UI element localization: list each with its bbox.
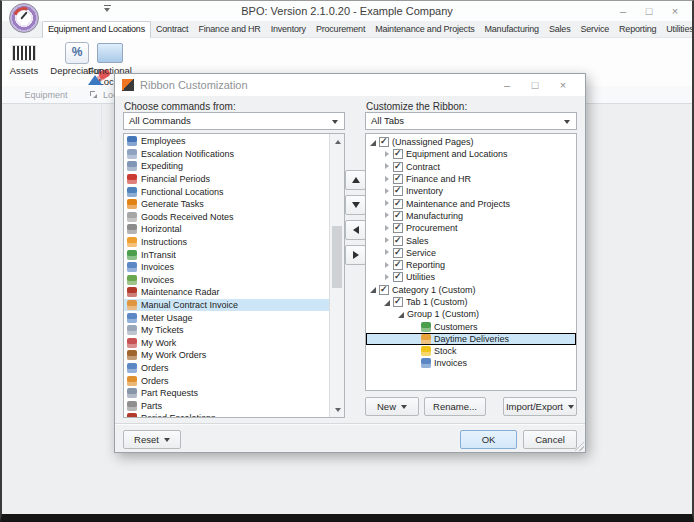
ribbon-tab[interactable]: Utilities <box>661 21 694 38</box>
command-row[interactable]: My Tickets <box>124 324 329 337</box>
tree-expander-icon[interactable] <box>383 162 392 171</box>
tree-expander-icon[interactable] <box>397 310 406 319</box>
tree-expander-icon[interactable] <box>383 273 392 282</box>
tree-expander-icon[interactable] <box>383 211 392 220</box>
scrollbar-thumb[interactable] <box>332 226 342 288</box>
tree-checkbox[interactable] <box>379 137 389 147</box>
app-logo-gauge-icon[interactable] <box>9 3 39 33</box>
tree-checkbox[interactable] <box>393 199 403 209</box>
new-button[interactable]: New <box>365 397 419 416</box>
scroll-up-icon[interactable] <box>330 134 345 149</box>
minimize-button[interactable]: – <box>610 1 636 21</box>
dialog-launcher-icon[interactable] <box>90 91 97 98</box>
command-row[interactable]: Goods Received Notes <box>124 211 329 224</box>
tree-row[interactable]: Utilities <box>366 271 576 283</box>
tree-checkbox[interactable] <box>393 297 403 307</box>
ribbon-tab[interactable]: Contract <box>151 21 193 38</box>
import-export-button[interactable]: Import/Export <box>503 397 577 416</box>
command-row[interactable]: InTransit <box>124 248 329 261</box>
tree-row[interactable]: Inventory <box>366 185 576 197</box>
ribbon-tab[interactable]: Procurement <box>311 21 370 38</box>
tree-expander-icon[interactable] <box>369 285 378 294</box>
quick-access-dropdown-icon[interactable] <box>104 8 110 12</box>
command-row[interactable]: Orders <box>124 362 329 375</box>
tree-row[interactable]: Equipment and Locations <box>366 148 576 160</box>
command-row[interactable]: Period Escalations <box>124 412 329 417</box>
tree-expander-icon[interactable] <box>383 175 392 184</box>
command-row[interactable]: Manual Contract Invoice <box>124 299 329 312</box>
command-row[interactable]: My Work <box>124 337 329 350</box>
tree-expander-icon[interactable] <box>369 138 378 147</box>
command-row[interactable]: My Work Orders <box>124 349 329 362</box>
tree-expander-icon[interactable] <box>383 187 392 196</box>
reset-button[interactable]: Reset <box>123 430 181 449</box>
tree-expander-icon[interactable] <box>383 298 392 307</box>
tree-expander-icon[interactable] <box>383 248 392 257</box>
ribbon-tab[interactable]: Equipment and Locations <box>42 21 151 38</box>
command-row[interactable]: Orders <box>124 374 329 387</box>
choose-commands-combobox[interactable]: All Commands <box>123 112 345 130</box>
tree-expander-icon[interactable] <box>411 334 420 343</box>
command-row[interactable]: Instructions <box>124 236 329 249</box>
tree-row[interactable]: Maintenance and Projects <box>366 197 576 209</box>
tree-checkbox[interactable] <box>393 272 403 282</box>
tree-checkbox[interactable] <box>379 285 389 295</box>
ribbon-tab[interactable]: Sales <box>544 21 576 38</box>
dialog-minimize-button[interactable]: – <box>493 74 521 96</box>
tree-expander-icon[interactable] <box>411 322 420 331</box>
command-row[interactable]: Parts <box>124 399 329 412</box>
ribbon-tab[interactable]: Inventory <box>266 21 311 38</box>
tree-checkbox[interactable] <box>393 186 403 196</box>
tree-row[interactable]: Daytime Deliveries <box>366 333 576 345</box>
command-row[interactable]: Functional Locations <box>124 185 329 198</box>
tree-expander-icon[interactable] <box>383 236 392 245</box>
tree-expander-icon[interactable] <box>411 359 420 368</box>
tree-expander-icon[interactable] <box>383 150 392 159</box>
tree-checkbox[interactable] <box>393 248 403 258</box>
tree-row[interactable]: Procurement <box>366 222 576 234</box>
tree-row[interactable]: Service <box>366 247 576 259</box>
rename-button[interactable]: Rename... <box>424 397 486 416</box>
tree-row[interactable]: Manufacturing <box>366 210 576 222</box>
tree-row[interactable]: Category 1 (Custom) <box>366 284 576 296</box>
scroll-down-icon[interactable] <box>330 402 345 417</box>
dialog-maximize-button[interactable]: □ <box>521 74 549 96</box>
tree-row[interactable]: Stock <box>366 345 576 357</box>
customize-ribbon-combobox[interactable]: All Tabs <box>365 112 577 130</box>
tree-row[interactable]: Contract <box>366 161 576 173</box>
tree-checkbox[interactable] <box>393 260 403 270</box>
tree-expander-icon[interactable] <box>383 199 392 208</box>
ribbon-tab[interactable]: Manufacturing <box>479 21 543 38</box>
add-command-button[interactable] <box>345 245 366 265</box>
assets-button[interactable]: Assets <box>4 40 44 76</box>
command-row[interactable]: Escalation Notifications <box>124 148 329 161</box>
command-row[interactable]: Part Requests <box>124 387 329 400</box>
command-row[interactable]: Employees <box>124 135 329 148</box>
tree-expander-icon[interactable] <box>383 261 392 270</box>
tree-row[interactable]: Invoices <box>366 357 576 369</box>
command-row[interactable]: Invoices <box>124 274 329 287</box>
command-row[interactable]: Meter Usage <box>124 311 329 324</box>
ok-button[interactable]: OK <box>460 430 517 449</box>
ribbon-tab[interactable]: Reporting <box>614 21 661 38</box>
command-row[interactable]: Generate Tasks <box>124 198 329 211</box>
resize-grip[interactable] <box>573 440 584 451</box>
tree-row[interactable]: (Unassigned Pages) <box>366 136 576 148</box>
command-row[interactable]: Expediting <box>124 160 329 173</box>
command-row[interactable]: Financial Periods <box>124 173 329 186</box>
tree-row[interactable]: Customers <box>366 320 576 332</box>
ribbon-tab[interactable]: Service <box>575 21 614 38</box>
command-row[interactable]: Invoices <box>124 261 329 274</box>
maximize-button[interactable]: □ <box>636 1 662 21</box>
tree-checkbox[interactable] <box>393 162 403 172</box>
tree-checkbox[interactable] <box>393 236 403 246</box>
tree-checkbox[interactable] <box>393 211 403 221</box>
move-down-button[interactable] <box>345 195 366 215</box>
tree-row[interactable]: Sales <box>366 234 576 246</box>
cancel-button[interactable]: Cancel <box>523 430 577 449</box>
move-up-button[interactable] <box>345 170 366 190</box>
command-row[interactable]: Horizontal <box>124 223 329 236</box>
tree-row[interactable]: Reporting <box>366 259 576 271</box>
tree-row[interactable]: Finance and HR <box>366 173 576 185</box>
tree-expander-icon[interactable] <box>411 347 420 356</box>
